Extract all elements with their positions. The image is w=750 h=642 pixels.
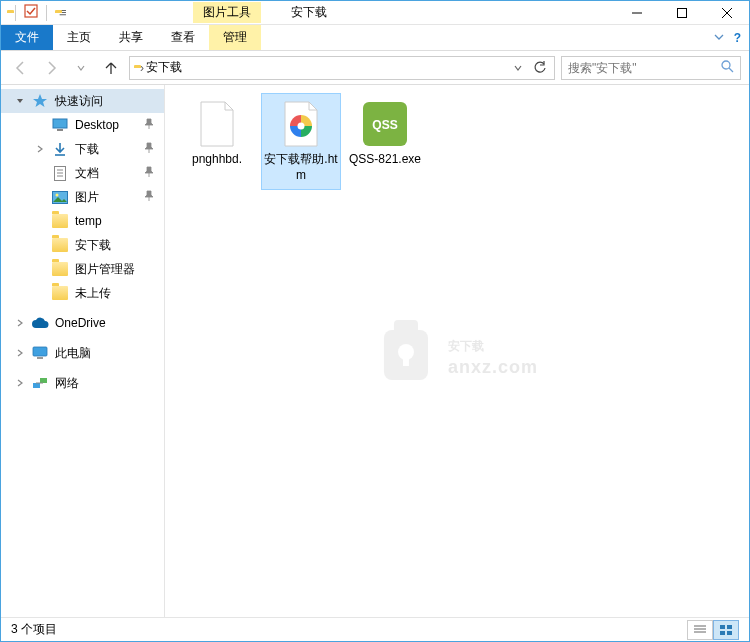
address-box[interactable]: › 安下载 bbox=[129, 56, 555, 80]
sidebar: 快速访问 Desktop 下载 文档 图片 temp 安下载 图片管理器 未上传 bbox=[1, 85, 165, 617]
window-title: 安下载 bbox=[291, 4, 327, 21]
sidebar-item[interactable]: 图片管理器 bbox=[1, 257, 164, 281]
main: 快速访问 Desktop 下载 文档 图片 temp 安下载 图片管理器 未上传 bbox=[1, 85, 749, 617]
sidebar-quick-access[interactable]: 快速访问 bbox=[1, 89, 164, 113]
minimize-button[interactable] bbox=[614, 1, 659, 25]
up-button[interactable] bbox=[99, 56, 123, 80]
titlebar: ≡ 图片工具 安下载 bbox=[1, 1, 749, 25]
svg-rect-33 bbox=[720, 631, 725, 635]
sidebar-item-label: 快速访问 bbox=[55, 93, 103, 110]
monitor-icon bbox=[31, 344, 49, 362]
breadcrumb-current[interactable]: 安下载 bbox=[146, 59, 182, 76]
network-icon bbox=[31, 374, 49, 392]
sidebar-item[interactable]: 图片 bbox=[1, 185, 164, 209]
sidebar-network[interactable]: 网络 bbox=[1, 371, 164, 395]
svg-rect-34 bbox=[727, 631, 732, 635]
cloud-icon bbox=[31, 314, 49, 332]
address-dropdown-icon[interactable] bbox=[508, 58, 528, 78]
close-button[interactable] bbox=[704, 1, 749, 25]
svg-rect-32 bbox=[727, 625, 732, 629]
tab-share[interactable]: 共享 bbox=[105, 25, 157, 50]
sidebar-item-label: temp bbox=[75, 214, 102, 228]
desktop-icon bbox=[51, 116, 69, 134]
recent-dropdown-icon[interactable] bbox=[69, 56, 93, 80]
breadcrumb[interactable]: › 安下载 bbox=[140, 59, 502, 76]
file-thumbnail: QSS bbox=[361, 100, 409, 148]
svg-rect-25 bbox=[394, 320, 418, 338]
folder-icon bbox=[51, 260, 69, 278]
svg-rect-24 bbox=[384, 330, 428, 380]
icons-view-button[interactable] bbox=[713, 620, 739, 640]
chevron-right-icon[interactable] bbox=[15, 319, 25, 327]
sidebar-item-label: 图片 bbox=[75, 189, 99, 206]
sidebar-item-label: 图片管理器 bbox=[75, 261, 135, 278]
details-view-button[interactable] bbox=[687, 620, 713, 640]
sidebar-this-pc[interactable]: 此电脑 bbox=[1, 341, 164, 365]
sidebar-item[interactable]: Desktop bbox=[1, 113, 164, 137]
file-item[interactable]: QSS QSS-821.exe bbox=[345, 93, 425, 190]
qat-dropdown-icon[interactable]: ≡ bbox=[59, 5, 67, 20]
sidebar-item[interactable]: 安下载 bbox=[1, 233, 164, 257]
sidebar-onedrive[interactable]: OneDrive bbox=[1, 311, 164, 335]
tab-view[interactable]: 查看 bbox=[157, 25, 209, 50]
pictures-icon bbox=[51, 188, 69, 206]
chevron-right-icon[interactable] bbox=[15, 379, 25, 387]
sidebar-item-label: 此电脑 bbox=[55, 345, 91, 362]
svg-point-15 bbox=[56, 193, 59, 196]
view-toggle bbox=[687, 620, 739, 640]
chevron-down-icon[interactable] bbox=[15, 97, 25, 105]
sidebar-item-label: 网络 bbox=[55, 375, 79, 392]
search-box[interactable] bbox=[561, 56, 741, 80]
pin-icon bbox=[144, 118, 154, 133]
file-thumbnail bbox=[277, 100, 325, 148]
svg-rect-27 bbox=[403, 356, 409, 366]
file-item[interactable]: 安下载帮助.htm bbox=[261, 93, 341, 190]
svg-rect-2 bbox=[677, 8, 686, 17]
maximize-button[interactable] bbox=[659, 1, 704, 25]
sidebar-item[interactable]: 未上传 bbox=[1, 281, 164, 305]
chevron-icon[interactable] bbox=[35, 145, 45, 153]
address-bar: › 安下载 bbox=[1, 51, 749, 85]
star-icon bbox=[31, 92, 49, 110]
sidebar-item[interactable]: temp bbox=[1, 209, 164, 233]
search-input[interactable] bbox=[568, 61, 721, 75]
ribbon: 文件 主页 共享 查看 管理 ? bbox=[1, 25, 749, 51]
sidebar-item-label: Desktop bbox=[75, 118, 119, 132]
svg-rect-8 bbox=[57, 129, 63, 131]
refresh-icon[interactable] bbox=[530, 58, 550, 78]
svg-rect-19 bbox=[40, 378, 47, 383]
tab-manage[interactable]: 管理 bbox=[209, 25, 261, 50]
sidebar-item-label: 下载 bbox=[75, 141, 99, 158]
file-name-label: pnghhbd. bbox=[192, 152, 242, 168]
file-name-label: 安下载帮助.htm bbox=[264, 152, 338, 183]
svg-rect-31 bbox=[720, 625, 725, 629]
svg-point-26 bbox=[398, 344, 414, 360]
sidebar-item[interactable]: 下载 bbox=[1, 137, 164, 161]
properties-icon[interactable] bbox=[24, 4, 38, 21]
status-text: 3 个项目 bbox=[11, 621, 57, 638]
forward-button bbox=[39, 56, 63, 80]
file-item[interactable]: pnghhbd. bbox=[177, 93, 257, 190]
separator bbox=[15, 5, 16, 21]
chevron-right-icon[interactable]: › bbox=[140, 61, 144, 75]
ribbon-expand-icon[interactable] bbox=[714, 31, 724, 45]
quick-access-toolbar: ≡ bbox=[1, 4, 67, 21]
svg-rect-7 bbox=[53, 119, 67, 128]
file-thumbnail bbox=[193, 100, 241, 148]
tab-file[interactable]: 文件 bbox=[1, 25, 53, 50]
search-icon[interactable] bbox=[721, 60, 734, 76]
sidebar-item-label: 文档 bbox=[75, 165, 99, 182]
sidebar-item-label: OneDrive bbox=[55, 316, 106, 330]
chevron-right-icon[interactable] bbox=[15, 349, 25, 357]
file-name-label: QSS-821.exe bbox=[349, 152, 421, 168]
pin-icon bbox=[144, 166, 154, 181]
contextual-tab-label: 图片工具 bbox=[193, 2, 261, 23]
tab-home[interactable]: 主页 bbox=[53, 25, 105, 50]
svg-rect-17 bbox=[37, 357, 43, 359]
folder-icon bbox=[51, 212, 69, 230]
content-pane[interactable]: pnghhbd. 安下载帮助.htmQSS QSS-821.exe 安下载 an… bbox=[165, 85, 749, 617]
watermark: 安下载 anxz.com bbox=[376, 316, 538, 386]
back-button bbox=[9, 56, 33, 80]
help-icon[interactable]: ? bbox=[734, 31, 741, 45]
sidebar-item[interactable]: 文档 bbox=[1, 161, 164, 185]
